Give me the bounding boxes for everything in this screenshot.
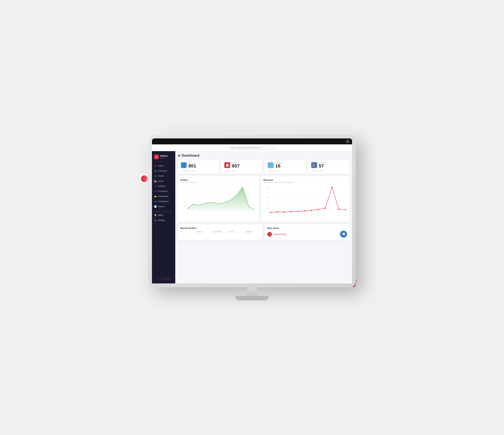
orders-chart-title: Orders bbox=[180, 179, 256, 181]
sidebar-footer: Powered by Orderfy bbox=[152, 276, 175, 281]
svg-text:Apr: Apr bbox=[186, 212, 188, 213]
sidebar-item-orders[interactable]: ≡ Orders bbox=[152, 163, 175, 168]
svg-text:Feb: Feb bbox=[248, 212, 250, 213]
sidebar-item-reports[interactable]: 📊 Reports bbox=[152, 204, 175, 209]
reports-icon: 📊 bbox=[154, 205, 157, 208]
main-layout: O Orderfy demo ≡ Orders 👤 Cu bbox=[152, 151, 352, 283]
stores-value-block: Total Stores 16 bbox=[275, 162, 283, 168]
bottom-row: Recent Orders ID STATUS CUSTOMER TOTAL C… bbox=[178, 224, 350, 240]
page-title: ⊞ Dashboard bbox=[178, 154, 350, 157]
page-title-text: Dashboard bbox=[182, 154, 199, 157]
sidebar-item-products[interactable]: □ Products bbox=[152, 184, 175, 189]
fab-button[interactable]: 💬 bbox=[340, 231, 347, 237]
recent-orders-title: Recent Orders bbox=[180, 227, 260, 229]
sidebar-item-stores[interactable]: 🏪 Stores bbox=[152, 179, 175, 184]
offers-stat-desc: Total active offers bbox=[311, 170, 347, 172]
svg-point-40 bbox=[291, 211, 292, 212]
svg-text:50k: 50k bbox=[267, 202, 270, 204]
content-area: ⊞ Dashboard 👤 Total Users 801 bbox=[175, 151, 352, 283]
brand-logo: O bbox=[154, 154, 159, 159]
svg-point-41 bbox=[297, 211, 299, 212]
svg-text:Jan: Jan bbox=[331, 215, 333, 216]
withdrawals-label: Withdrawals bbox=[158, 195, 168, 197]
revenue-chart-title: Revenue bbox=[263, 179, 347, 181]
svg-text:25k: 25k bbox=[267, 208, 270, 209]
sidebar-item-customers[interactable]: 👤 Customers + bbox=[152, 168, 175, 173]
promotions-add-icon[interactable]: + bbox=[172, 190, 174, 192]
svg-text:May: May bbox=[192, 212, 194, 213]
svg-point-38 bbox=[277, 211, 278, 212]
svg-text:Sep: Sep bbox=[304, 215, 306, 216]
customers-add-icon[interactable]: + bbox=[172, 170, 174, 172]
products-label: Products bbox=[158, 185, 166, 187]
drivers-label: Drivers bbox=[158, 175, 164, 177]
svg-text:Dec: Dec bbox=[324, 215, 326, 216]
stand-neck bbox=[246, 287, 258, 296]
svg-text:75: 75 bbox=[185, 196, 186, 197]
transactions-icon: ⇄ bbox=[154, 200, 157, 203]
svg-text:75k: 75k bbox=[267, 197, 270, 199]
stores-label: Stores bbox=[158, 180, 163, 182]
svg-text:125: 125 bbox=[184, 186, 186, 188]
svg-text:Mar: Mar bbox=[254, 212, 256, 213]
svg-text:Dec: Dec bbox=[235, 212, 238, 213]
orders-label: Orders bbox=[158, 165, 164, 167]
customers-label: Customers bbox=[158, 170, 167, 172]
orders-chart-card: Orders Total Orders for this year bbox=[178, 176, 259, 222]
svg-text:100: 100 bbox=[184, 191, 186, 193]
svg-point-39 bbox=[284, 211, 285, 213]
svg-text:Feb: Feb bbox=[338, 215, 340, 216]
search-bar[interactable]: 🔍 Search by User, Store & Order bbox=[229, 145, 275, 150]
users-stat-desc: Total registered users bbox=[181, 170, 216, 172]
sidebar-item-billing[interactable]: 💡 Billing bbox=[152, 213, 175, 218]
brand-sub: demo bbox=[160, 157, 168, 159]
brand-name: Orderfy bbox=[160, 155, 168, 157]
svg-text:Jun: Jun bbox=[283, 215, 286, 216]
products-icon: □ bbox=[154, 185, 157, 187]
offers-value-block: Total Offers 57 bbox=[319, 162, 326, 168]
sidebar-item-promotions[interactable]: ✦ Promotions + bbox=[152, 189, 175, 194]
revenue-chart-card: Revenue Including all Active & Completed… bbox=[261, 176, 350, 222]
other-section-title: Other Information bbox=[152, 209, 175, 213]
monitor: ⏻ 🔍 Search by User, Store & Order O bbox=[148, 135, 356, 287]
orders-value-block: Total Order 657 bbox=[232, 162, 240, 168]
col-customer: CUSTOMER bbox=[213, 231, 228, 233]
reports-label: Reports bbox=[158, 205, 165, 208]
users-stat-icon: 👤 bbox=[181, 162, 187, 168]
svg-text:0: 0 bbox=[269, 213, 270, 214]
svg-text:Mar: Mar bbox=[345, 215, 347, 216]
stats-row: 👤 Total Users 801 Total registered users bbox=[178, 160, 350, 174]
sidebar-item-drivers[interactable]: ⚙ Drivers bbox=[152, 173, 175, 179]
col-status: STATUS bbox=[197, 231, 211, 233]
orders-stat-value: 657 bbox=[232, 164, 240, 168]
sidebar-item-settings[interactable]: 🔧 Settings bbox=[152, 218, 175, 223]
monitor-top-bar: ⏻ bbox=[152, 138, 352, 144]
user-avatar: 👤 bbox=[267, 232, 272, 236]
withdrawals-icon: 💳 bbox=[154, 195, 157, 198]
svg-point-48 bbox=[345, 209, 346, 210]
customers-icon: 👤 bbox=[154, 170, 157, 172]
transactions-label: Transactions bbox=[158, 200, 169, 202]
search-input-text: Search by User, Store & Order bbox=[234, 147, 260, 149]
sidebar-item-transactions[interactable]: ⇄ Transactions bbox=[152, 199, 175, 204]
orders-icon: ≡ bbox=[154, 164, 157, 167]
scene: ⏻ 🔍 Search by User, Store & Order O bbox=[135, 127, 369, 308]
svg-text:Jun: Jun bbox=[198, 212, 200, 213]
offers-stat-icon: 🎁 bbox=[311, 162, 317, 168]
billing-label: Billing bbox=[158, 214, 163, 216]
revenue-chart-subtitle: Including all Active & Completed Transac… bbox=[263, 182, 347, 183]
svg-text:Jan: Jan bbox=[242, 212, 244, 213]
brand-text: Orderfy demo bbox=[160, 155, 168, 159]
users-value-block: Total Users 801 bbox=[189, 162, 196, 168]
svg-point-46 bbox=[332, 187, 333, 188]
svg-text:25: 25 bbox=[185, 205, 186, 207]
col-created: CREATED bbox=[245, 231, 260, 233]
stat-card-offers: 🎁 Total Offers 57 Total active offers bbox=[308, 160, 350, 174]
users-stat-value: 801 bbox=[189, 164, 196, 168]
stores-stat-icon: 🏪 bbox=[268, 162, 274, 168]
sidebar-item-withdrawals[interactable]: 💳 Withdrawals bbox=[152, 194, 175, 199]
svg-point-37 bbox=[270, 212, 271, 213]
svg-text:Oct: Oct bbox=[223, 212, 225, 213]
promotions-icon: ✦ bbox=[154, 190, 157, 192]
svg-text:Sep: Sep bbox=[217, 212, 219, 213]
